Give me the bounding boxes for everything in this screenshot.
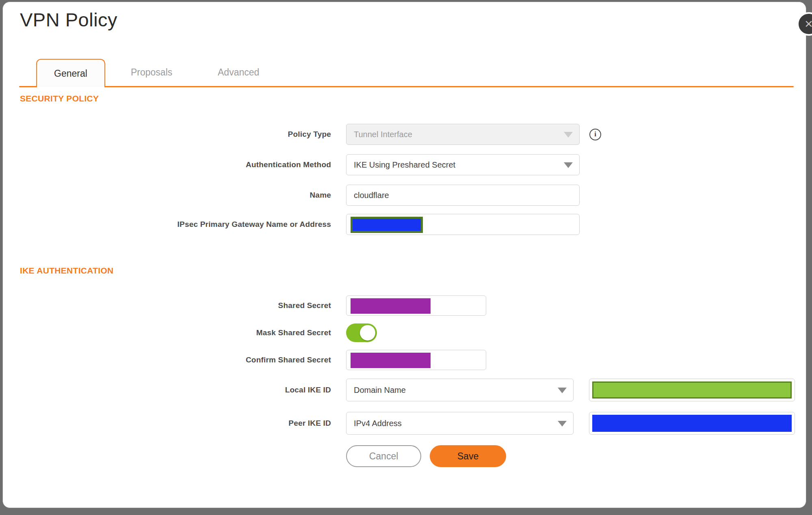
tab-proposals[interactable]: Proposals (131, 59, 172, 86)
chevron-down-icon (558, 421, 567, 427)
peer-ike-id-value-input[interactable] (589, 412, 795, 435)
section-heading-security-policy: SECURITY POLICY (20, 94, 99, 103)
ipsec-primary-gateway-label: IPsec Primary Gateway Name or Address (3, 220, 331, 229)
chevron-down-icon (564, 162, 573, 168)
tab-underline (19, 86, 794, 87)
policy-type-select: Tunnel Interface (346, 124, 580, 145)
peer-ike-id-type-select[interactable]: IPv4 Address (346, 412, 574, 435)
chevron-down-icon (564, 132, 573, 138)
mask-shared-secret-label: Mask Shared Secret (3, 328, 331, 337)
tab-proposals-label: Proposals (131, 67, 172, 78)
tab-general[interactable]: General (36, 59, 105, 87)
shared-secret-input[interactable] (346, 295, 486, 316)
peer-ike-id-label: Peer IKE ID (3, 419, 331, 428)
confirm-shared-secret-label: Confirm Shared Secret (3, 356, 331, 364)
confirm-shared-secret-input[interactable] (346, 350, 486, 370)
name-label: Name (3, 191, 331, 200)
mask-shared-secret-toggle[interactable] (346, 323, 377, 342)
gateway-redaction-box (351, 217, 423, 233)
authentication-method-label: Authentication Method (3, 160, 331, 169)
save-button[interactable]: Save (430, 445, 506, 467)
tab-advanced-label: Advanced (218, 67, 259, 78)
info-icon[interactable]: i (589, 129, 601, 140)
local-ike-id-label: Local IKE ID (3, 386, 331, 394)
vpn-policy-dialog: VPN Policy General Proposals Advanced SE… (2, 2, 806, 508)
policy-type-label: Policy Type (3, 130, 331, 139)
peer-ike-id-redaction-box (592, 415, 792, 432)
shared-secret-redaction-box (351, 298, 431, 314)
policy-type-value: Tunnel Interface (354, 130, 412, 139)
shared-secret-label: Shared Secret (3, 301, 331, 310)
confirm-shared-secret-redaction-box (351, 353, 431, 368)
page-title: VPN Policy (20, 9, 117, 31)
authentication-method-value: IKE Using Preshared Secret (354, 160, 455, 170)
tab-general-label: General (54, 68, 87, 79)
local-ike-id-type-select[interactable]: Domain Name (346, 379, 574, 401)
local-ike-id-redaction-box (592, 381, 792, 399)
section-heading-ike-authentication: IKE AUTHENTICATION (20, 266, 114, 276)
peer-ike-id-type-value: IPv4 Address (354, 419, 402, 428)
chevron-down-icon (558, 388, 567, 393)
cancel-button[interactable]: Cancel (346, 445, 421, 467)
local-ike-id-type-value: Domain Name (354, 386, 406, 395)
name-input[interactable] (346, 185, 580, 206)
authentication-method-select[interactable]: IKE Using Preshared Secret (346, 154, 580, 175)
local-ike-id-value-input[interactable] (589, 379, 795, 401)
ipsec-primary-gateway-input[interactable] (346, 214, 580, 235)
tab-advanced[interactable]: Advanced (218, 59, 259, 86)
toggle-knob (360, 325, 375, 340)
